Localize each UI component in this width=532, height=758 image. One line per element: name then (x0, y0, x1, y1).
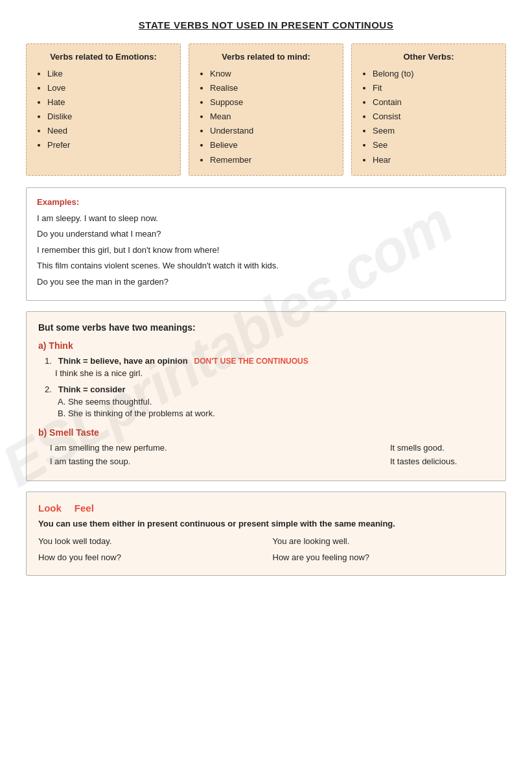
list-item: Seem (373, 124, 496, 138)
smell-taste-left: I am smelling the new perfume. (50, 443, 167, 453)
look-feel-right-1: You are looking well. (273, 536, 494, 546)
list-item: Need (47, 124, 171, 138)
list-item: Consist (373, 110, 496, 124)
smell-taste-item: I am smelling the new perfume. It smells… (50, 443, 494, 453)
meanings-box: But some verbs have two meanings: a) Thi… (26, 311, 506, 481)
emotions-box-title: Verbs related to Emotions: (36, 52, 171, 62)
list-item: Understand (210, 124, 334, 138)
smell-taste-right: It tastes delicious. (390, 456, 494, 466)
look-feel-left-2: How do you feel now? (38, 552, 260, 562)
list-item: Fit (373, 81, 496, 95)
examples-box: Examples: I am sleepy. I want to sleep n… (26, 187, 506, 302)
smell-taste-item: I am tasting the soup. It tastes delicio… (50, 456, 494, 466)
page-title: STATE VERBS NOT USED IN PRESENT CONTINOU… (26, 19, 506, 30)
look-feel-left-1: You look well today. (38, 536, 260, 546)
list-item: Love (47, 81, 171, 95)
list-item: Suppose (210, 95, 334, 110)
smell-taste-list: I am smelling the new perfume. It smells… (38, 443, 494, 466)
top-boxes-container: Verbs related to Emotions: Like Love Hat… (26, 43, 506, 176)
list-item: Mean (210, 110, 334, 124)
look-feel-subtitle: You can use them either in present conti… (38, 519, 494, 528)
think-item-2-label: Think = consider (58, 385, 126, 394)
example-sentence: Do you see the man in the garden? (37, 276, 495, 289)
feel-title: Feel (75, 503, 94, 514)
example-sentence: This film contains violent scenes. We sh… (37, 259, 495, 272)
think-example-line: I think she is a nice girl. (55, 368, 494, 378)
list-item: Believe (210, 138, 334, 152)
think-item-1-header: 1. Think = believe, have an opinion DON'… (45, 356, 494, 366)
list-item: Prefer (47, 138, 171, 152)
list-item: Realise (210, 81, 334, 95)
emotions-box: Verbs related to Emotions: Like Love Hat… (26, 43, 181, 176)
think-item-1-label: Think = believe, have an opinion (58, 356, 188, 366)
example-sentence: Do you understand what I mean? (37, 228, 495, 241)
examples-label: Examples: (37, 197, 495, 207)
think-subsection-title: a) Think (38, 340, 494, 351)
look-feel-right-2: How are you feeling now? (273, 552, 494, 562)
other-verbs-box-title: Other Verbs: (361, 52, 496, 62)
think-item-2-header: 2. Think = consider (45, 385, 494, 394)
example-sentence: I remember this girl, but I don't know f… (37, 244, 495, 257)
think-item-1: 1. Think = believe, have an opinion DON'… (45, 356, 494, 378)
smell-taste-title: b) Smell Taste (38, 427, 494, 438)
look-feel-box: Look Feel You can use them either in pre… (26, 492, 506, 576)
mind-box: Verbs related to mind: Know Realise Supp… (189, 43, 343, 176)
emotions-list: Like Love Hate Dislike Need Prefer (36, 67, 171, 153)
look-title: Look (38, 503, 62, 514)
list-item: Hear (373, 153, 496, 167)
list-item: Like (47, 67, 171, 81)
smell-taste-left: I am tasting the soup. (50, 456, 130, 466)
think-alpha-b: B. She is thinking of the problems at wo… (58, 409, 494, 418)
list-item: Dislike (47, 110, 171, 124)
think-item-1-number: 1. (45, 356, 52, 366)
list-item: See (373, 138, 496, 152)
think-item-2: 2. Think = consider A. She seems thought… (45, 385, 494, 418)
look-feel-title: Look Feel (38, 503, 494, 514)
mind-box-title: Verbs related to mind: (198, 52, 334, 62)
look-feel-grid: You look well today. You are looking wel… (38, 536, 494, 565)
other-verbs-list: Belong (to) Fit Contain Consist Seem See… (361, 67, 496, 167)
mind-list: Know Realise Suppose Mean Understand Bel… (198, 67, 334, 167)
think-alpha-a: A. She seems thoughtful. (58, 397, 494, 407)
other-verbs-box: Other Verbs: Belong (to) Fit Contain Con… (351, 43, 506, 176)
dont-use-warning: DON'T USE THE CONTINUOUS (194, 357, 308, 366)
meanings-section-title: But some verbs have two meanings: (38, 322, 494, 333)
list-item: Remember (210, 153, 334, 167)
example-sentence: I am sleepy. I want to sleep now. (37, 212, 495, 225)
list-item: Know (210, 67, 334, 81)
list-item: Hate (47, 95, 171, 110)
smell-taste-right: It smells good. (390, 443, 494, 453)
think-item-2-number: 2. (45, 385, 52, 394)
list-item: Contain (373, 95, 496, 110)
list-item: Belong (to) (373, 67, 496, 81)
